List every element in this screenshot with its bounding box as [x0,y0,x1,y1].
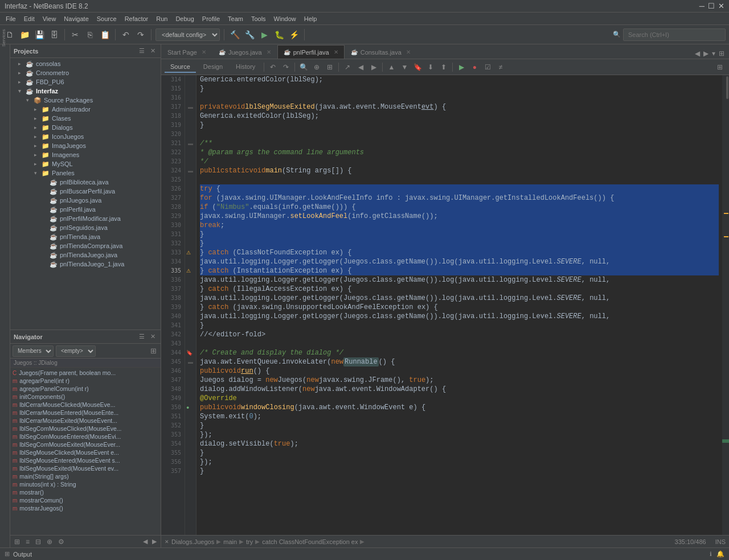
tab-start-page[interactable]: Start Page ✕ [161,45,212,59]
nav-item-lbl-seg-com-clicked[interactable]: m lblSegComMouseClicked(MouseEve... [10,425,161,433]
tree-item-dialogs[interactable]: ▸ 📁 Dialogs [10,123,161,132]
tab-consultas-java[interactable]: ☕ Consultas.java ✕ [345,45,417,59]
menu-file[interactable]: File [2,14,19,23]
tree-item-pnlperfilmodificar[interactable]: ▸ ☕ pnlPerfilModificar.java [10,214,161,223]
nav-item-agregar-panel[interactable]: m agregarPanel(int r) [10,377,161,385]
nav-filter2-select[interactable]: <empty> [56,345,96,357]
tree-item-interfaz[interactable]: ▾ ☕ Interfaz [10,87,161,96]
nav-item-lbl-seg-entered[interactable]: m lblSegMouseEntered(MouseEvent s... [10,456,161,464]
nav-settings-btn[interactable]: ⚙ [56,537,66,546]
et-nextchange-btn[interactable]: ▶ [368,61,379,73]
maximize-btn[interactable]: ☐ [708,2,715,10]
tab-pnlperfil-java[interactable]: ☕ pnlPerfil.java ✕ [277,45,345,59]
debug-btn[interactable]: 🐛 [273,28,285,41]
menu-profile[interactable]: Profile [199,14,223,23]
nav-item-lbl-cerrar-entered[interactable]: m lblCerrarMouseEntered(MouseEnte... [10,409,161,417]
menu-team[interactable]: Team [224,14,247,23]
tree-item-fbd[interactable]: ▸ ☕ FBD_PU6 [10,77,161,87]
fg-324[interactable]: ▬ [185,166,196,175]
nav-expand-btn[interactable]: ⊞ [13,537,22,546]
profile-run-btn[interactable]: ⚡ [288,28,300,41]
fg-321[interactable]: ▬ [185,139,196,148]
tree-item-mysql[interactable]: ▸ 📁 MySQL [10,159,161,168]
nav-item-lbl-cerrar-exited[interactable]: m lblCerrarMouseExited(MouseEvent... [10,417,161,425]
breadcrumb-try[interactable]: try [246,538,253,545]
tab-consultas-close[interactable]: ✕ [406,49,411,55]
et-redo-btn[interactable]: ↷ [280,61,292,73]
nav-item-mostrar-juegos[interactable]: m mostrarJuegos() [10,504,161,512]
menu-source[interactable]: Source [93,14,120,23]
et-expand-btn[interactable]: ⊞ [714,61,726,73]
nav-item-agregar-panel-comun[interactable]: m agregarPanelComun(int r) [10,385,161,393]
et-find-btn[interactable]: ⊕ [311,61,322,73]
nav-filter-btn[interactable]: ⊕ [45,537,54,546]
tree-item-consolas[interactable]: ▸ ☕ consolas [10,59,161,68]
tree-item-paneles[interactable]: ▾ 📁 Paneles [10,168,161,178]
window-controls[interactable]: ─ ☐ ✕ [699,2,724,10]
nav-item-lbl-seg-exited[interactable]: m lblSegMouseExited(MouseEvent ev... [10,464,161,472]
et-prevoccurrence-btn[interactable]: ▲ [386,61,397,73]
menu-tools[interactable]: Tools [248,14,269,23]
clean-build-btn[interactable]: 🔧 [243,28,256,41]
et-breakpoint-btn[interactable]: ● [469,61,480,73]
menu-view[interactable]: View [39,14,60,23]
nav-item-mostrar-comun[interactable]: m mostrarComun() [10,496,161,504]
nav-next-btn[interactable]: ▶ [150,537,158,546]
etab-design[interactable]: Design [198,61,228,73]
tree-item-imagenes[interactable]: ▸ 📁 Imagenes [10,150,161,159]
projects-panel-close[interactable]: ✕ [149,47,157,55]
menu-debug[interactable]: Debug [172,14,197,23]
close-btn[interactable]: ✕ [718,2,724,10]
tree-item-pnlperfil[interactable]: ▸ ☕ pnlPerfil.java [10,205,161,214]
nav-item-minutos[interactable]: m minutos(int x) : String [10,480,161,488]
nav-prev-btn[interactable]: ◀ [141,537,149,546]
close-breadcrumb-btn[interactable]: ✕ [165,539,169,545]
navigator-panel-close[interactable]: ✕ [149,332,157,341]
redo-btn[interactable]: ↷ [134,28,147,41]
et-goto-btn[interactable]: ↗ [342,61,353,73]
code-content[interactable]: Generica.enteredColor(lblSeg); } private… [196,75,722,535]
tree-item-pnltienda[interactable]: ▸ ☕ pnlTienda.java [10,232,161,241]
tree-item-pnljuegos[interactable]: ▸ ☕ pnlJuegos.java [10,196,161,205]
breadcrumb-dialogs[interactable]: Dialogs.Juegos [171,538,214,545]
tab-maximize-btn[interactable]: ⊞ [718,48,726,59]
nav-item-init-components[interactable]: m initComponents() [10,393,161,401]
nav-filter-select[interactable]: Members [13,345,54,357]
menu-navigate[interactable]: Navigate [60,14,92,23]
tree-item-pnlbiblioteca[interactable]: ▸ ☕ pnlBiblioteca.java [10,178,161,187]
save-btn[interactable]: 💾 [33,28,46,41]
et-nextbookmark-btn[interactable]: ⬇ [425,61,436,73]
output-info-btn[interactable]: ℹ [707,550,714,558]
breadcrumb-main[interactable]: main [223,538,237,545]
nav-list-btn[interactable]: ≡ [24,537,31,546]
breadcrumb-catch[interactable]: catch ClassNotFoundException ex [262,538,358,545]
menu-refactor[interactable]: Refactor [121,14,152,23]
et-bookmark-btn[interactable]: 🔖 [412,61,423,73]
et-replace-btn[interactable]: ⊞ [324,61,335,73]
minimize-btn[interactable]: ─ [699,2,705,10]
tab-scroll-left[interactable]: ◀ [694,48,701,59]
nav-item-lbl-cerrar-clicked[interactable]: m lblCerrarMouseClicked(MouseEve... [10,401,161,409]
tree-item-cronometro[interactable]: ▸ ☕ Cronometro [10,68,161,77]
tree-item-administrador[interactable]: ▸ 📁 Administrador [10,105,161,114]
tree-item-pnlbuscarperfil[interactable]: ▸ ☕ pnlBuscarPerfil.java [10,187,161,196]
open-project-btn[interactable]: 📁 [18,28,31,41]
tree-item-iconjuegos[interactable]: ▸ 📁 IconJuegos [10,132,161,141]
menu-window[interactable]: Window [271,14,300,23]
tree-item-pnltiendajuego1[interactable]: ▸ ☕ pnlTiendaJuego_1.java [10,260,161,269]
build-btn[interactable]: 🔨 [228,28,241,41]
nav-item-lbl-seg-com-exited[interactable]: m lblSegComMouseExited(MouseEver... [10,440,161,448]
tab-scroll-right[interactable]: ▶ [702,48,710,59]
et-prevbookmark-btn[interactable]: ⬆ [438,61,449,73]
tree-item-source-packages[interactable]: ▾ 📦 Source Packages [10,96,161,105]
navigator-panel-menu[interactable]: ☰ [137,332,146,341]
nav-item-lbl-seg-com-entered[interactable]: m lblSegComMouseEntered(MouseEvi... [10,433,161,440]
tab-list-btn[interactable]: ▾ [711,48,716,59]
nav-item-main[interactable]: m main(String[] args) [10,472,161,480]
tab-start-page-close[interactable]: ✕ [202,49,206,55]
menu-edit[interactable]: Edit [21,14,38,23]
projects-sidebar-icon[interactable]: Services [1,47,9,58]
tab-pnlperfil-close[interactable]: ✕ [334,49,338,55]
menu-run[interactable]: Run [153,14,171,23]
save-all-btn[interactable]: 🗄 [48,28,60,41]
